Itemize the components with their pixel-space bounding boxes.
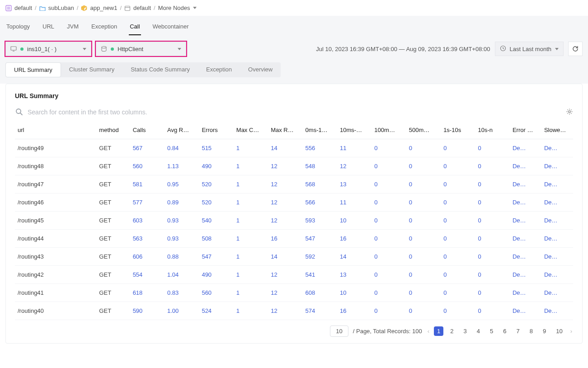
cell-value[interactable]: 1 [234, 139, 268, 157]
pager-page[interactable]: 2 [447, 326, 456, 336]
target-selector[interactable]: HttpClient [96, 42, 186, 56]
cell-value[interactable]: 0 [406, 248, 441, 266]
subtab-overview[interactable]: Overview [240, 62, 281, 77]
cell-value[interactable]: 608 [303, 284, 337, 302]
date-preset-selector[interactable]: Last Last month [495, 42, 564, 56]
pager-page[interactable]: 5 [487, 326, 496, 336]
column-header[interactable]: Calls [130, 121, 165, 139]
cell-value[interactable]: 0 [475, 284, 510, 302]
cell-value[interactable]: 0 [406, 230, 441, 248]
breadcrumb-item[interactable]: default [5, 5, 32, 11]
column-header[interactable]: Max R… [268, 121, 302, 139]
cell-value[interactable]: 1 [234, 230, 268, 248]
slowest-detail-link[interactable]: De… [541, 193, 573, 212]
cell-value[interactable]: 14 [268, 139, 302, 157]
cell-value[interactable]: 16 [337, 302, 372, 320]
error-detail-link[interactable]: De… [510, 193, 541, 212]
cell-value[interactable]: 1.13 [165, 157, 199, 175]
slowest-detail-link[interactable]: De… [541, 212, 573, 230]
cell-value[interactable]: 606 [130, 248, 165, 266]
cell-value[interactable]: 12 [268, 284, 302, 302]
cell-value[interactable]: 0 [441, 157, 475, 175]
cell-value[interactable]: 12 [268, 266, 302, 284]
cell-value[interactable]: 0 [372, 284, 406, 302]
cell-value[interactable]: 490 [199, 266, 233, 284]
cell-value[interactable]: 0.83 [165, 284, 199, 302]
cell-value[interactable]: 0 [406, 266, 441, 284]
cell-value[interactable]: 0 [372, 139, 406, 157]
cell-value[interactable]: 0.88 [165, 248, 199, 266]
cell-value[interactable]: 590 [130, 302, 165, 320]
pager-next[interactable]: › [569, 328, 573, 335]
cell-value[interactable]: 0 [441, 175, 475, 193]
cell-value[interactable]: 11 [337, 139, 372, 157]
cell-value[interactable]: 547 [303, 230, 337, 248]
cell-value[interactable]: 16 [268, 230, 302, 248]
cell-value[interactable]: 581 [130, 175, 165, 193]
error-detail-link[interactable]: De… [510, 230, 541, 248]
tab-jvm[interactable]: JVM [66, 20, 80, 35]
cell-value[interactable]: 12 [268, 193, 302, 212]
slowest-detail-link[interactable]: De… [541, 230, 573, 248]
cell-value[interactable]: 540 [199, 212, 233, 230]
cell-value[interactable]: 0 [441, 193, 475, 212]
cell-value[interactable]: 0 [475, 212, 510, 230]
slowest-detail-link[interactable]: De… [541, 139, 573, 157]
cell-value[interactable]: 563 [130, 230, 165, 248]
cell-value[interactable]: 541 [303, 266, 337, 284]
column-header[interactable]: 500m… [406, 121, 441, 139]
cell-value[interactable]: 0 [406, 157, 441, 175]
cell-value[interactable]: 1 [234, 284, 268, 302]
cell-value[interactable]: 0 [475, 139, 510, 157]
column-header[interactable]: Slowe… [541, 121, 573, 139]
cell-value[interactable]: 0 [372, 248, 406, 266]
error-detail-link[interactable]: De… [510, 175, 541, 193]
cell-value[interactable]: 0.84 [165, 139, 199, 157]
error-detail-link[interactable]: De… [510, 302, 541, 320]
cell-value[interactable]: 0 [372, 175, 406, 193]
error-detail-link[interactable]: De… [510, 248, 541, 266]
pager-page[interactable]: 4 [474, 326, 483, 336]
cell-value[interactable]: 0 [372, 212, 406, 230]
column-header[interactable]: 10ms-… [337, 121, 372, 139]
cell-value[interactable]: 14 [268, 248, 302, 266]
error-detail-link[interactable]: De… [510, 212, 541, 230]
breadcrumb-item[interactable]: default [124, 5, 151, 11]
column-header[interactable]: 100m… [372, 121, 406, 139]
cell-value[interactable]: 0 [406, 139, 441, 157]
pager-page[interactable]: 10 [553, 326, 565, 336]
column-header[interactable]: 10s-n [475, 121, 510, 139]
cell-value[interactable]: 1.04 [165, 266, 199, 284]
cell-value[interactable]: 592 [303, 248, 337, 266]
subtab-status-code-summary[interactable]: Status Code Summary [122, 62, 198, 77]
breadcrumb-more[interactable]: More Nodes [158, 5, 197, 11]
cell-value[interactable]: 0 [406, 212, 441, 230]
cell-value[interactable]: 10 [337, 284, 372, 302]
cell-value[interactable]: 574 [303, 302, 337, 320]
pager-page[interactable]: 6 [500, 326, 509, 336]
column-header[interactable]: 1s-10s [441, 121, 475, 139]
cell-value[interactable]: 0 [441, 139, 475, 157]
cell-value[interactable]: 0 [372, 193, 406, 212]
search-input[interactable] [28, 106, 561, 118]
cell-value[interactable]: 0 [441, 212, 475, 230]
slowest-detail-link[interactable]: De… [541, 248, 573, 266]
tab-topology[interactable]: Topology [5, 20, 31, 35]
column-header[interactable]: url [15, 121, 96, 139]
cell-value[interactable]: 515 [199, 139, 233, 157]
cell-value[interactable]: 593 [303, 212, 337, 230]
slowest-detail-link[interactable]: De… [541, 266, 573, 284]
cell-value[interactable]: 560 [199, 284, 233, 302]
cell-value[interactable]: 520 [199, 193, 233, 212]
cell-value[interactable]: 1 [234, 302, 268, 320]
column-header[interactable]: method [96, 121, 130, 139]
cell-value[interactable]: 13 [337, 175, 372, 193]
cell-value[interactable]: 0.93 [165, 212, 199, 230]
cell-value[interactable]: 12 [268, 157, 302, 175]
pager-prev[interactable]: ‹ [427, 328, 430, 335]
cell-value[interactable]: 1 [234, 266, 268, 284]
subtab-url-summary[interactable]: URL Summary [5, 62, 61, 77]
cell-value[interactable]: 567 [130, 139, 165, 157]
cell-value[interactable]: 16 [337, 230, 372, 248]
cell-value[interactable]: 13 [337, 266, 372, 284]
